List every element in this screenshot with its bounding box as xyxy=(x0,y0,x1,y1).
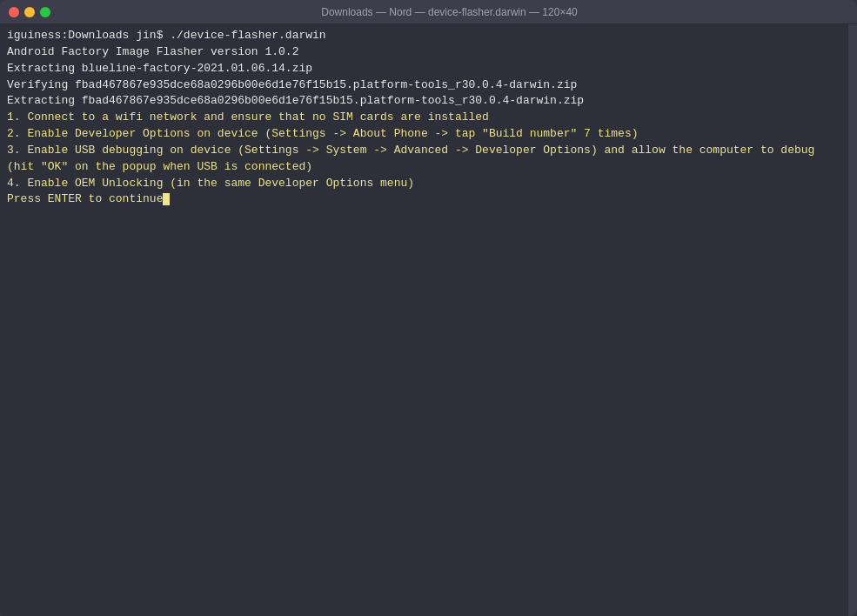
content-area: iguiness:Downloads jin$ ./device-flasher… xyxy=(0,24,857,616)
terminal-cursor xyxy=(163,193,170,205)
close-button[interactable] xyxy=(9,7,19,17)
titlebar: Downloads — Nord — device-flasher.darwin… xyxy=(0,0,857,24)
scrollbar[interactable] xyxy=(848,24,857,616)
terminal-window: Downloads — Nord — device-flasher.darwin… xyxy=(0,0,857,616)
terminal-line: Press ENTER to continue xyxy=(7,191,841,208)
terminal-line: 2. Enable Developer Options on device (S… xyxy=(7,126,841,143)
terminal-line: Extracting fbad467867e935dce68a0296b00e6… xyxy=(7,93,841,110)
maximize-button[interactable] xyxy=(40,7,50,17)
terminal-line: 3. Enable USB debugging on device (Setti… xyxy=(7,143,841,159)
terminal-line: iguiness:Downloads jin$ ./device-flasher… xyxy=(7,28,841,44)
traffic-lights xyxy=(9,7,50,17)
terminal-line: 1. Connect to a wifi network and ensure … xyxy=(7,110,841,126)
terminal-line: Extracting blueline-factory-2021.01.06.1… xyxy=(7,61,841,77)
terminal-output[interactable]: iguiness:Downloads jin$ ./device-flasher… xyxy=(0,24,848,616)
window-title: Downloads — Nord — device-flasher.darwin… xyxy=(50,6,848,18)
terminal-line: Verifying fbad467867e935dce68a0296b00e6d… xyxy=(7,77,841,94)
terminal-line: 4. Enable OEM Unlocking (in the same Dev… xyxy=(7,176,841,192)
terminal-line: Android Factory Image Flasher version 1.… xyxy=(7,44,841,61)
terminal-line: (hit "OK" on the popup when USB is conne… xyxy=(7,159,841,176)
minimize-button[interactable] xyxy=(24,7,35,17)
